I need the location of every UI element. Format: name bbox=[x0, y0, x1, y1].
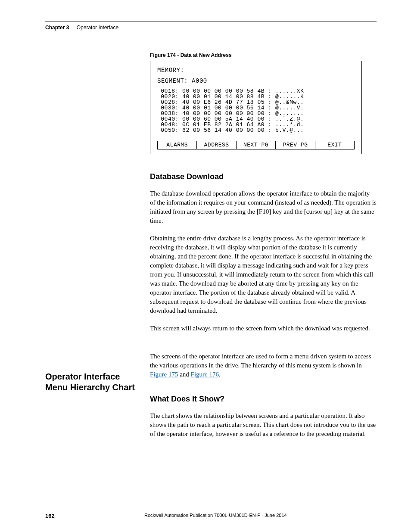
running-header: Chapter 3 Operator Interface bbox=[45, 25, 377, 31]
menu-paragraph-1: The screens of the operator interface ar… bbox=[150, 352, 377, 379]
page-footer: 162 Rockwell Automation Publication 7000… bbox=[45, 513, 377, 519]
screen-memory-label: MEMORY: bbox=[157, 67, 355, 74]
heading-what-does-it-show: What Does It Show? bbox=[150, 395, 377, 404]
db-paragraph-3: This screen will always return to the sc… bbox=[150, 324, 377, 333]
hex-dump: 0018: 00 00 00 00 00 00 58 4B : ......XK… bbox=[157, 88, 355, 133]
screen-segment-label: SEGMENT: A000 bbox=[157, 78, 355, 84]
menu-p1-text-a: The screens of the operator interface ar… bbox=[150, 353, 371, 369]
softkey-exit[interactable]: EXIT bbox=[315, 141, 354, 149]
side-heading-menu-hierarchy: Operator Interface Menu Hierarchy Chart bbox=[45, 371, 140, 393]
publication-id: Rockwell Automation Publication 7000L-UM… bbox=[45, 513, 377, 518]
menu-paragraph-2: The chart shows the relationship between… bbox=[150, 411, 377, 439]
db-paragraph-1: The database download operation allows t… bbox=[150, 189, 377, 225]
softkey-address[interactable]: ADDRESS bbox=[197, 141, 236, 149]
page-number: 162 bbox=[45, 513, 55, 519]
chapter-title: Operator Interface bbox=[77, 25, 118, 31]
softkey-alarms[interactable]: ALARMS bbox=[158, 141, 197, 149]
softkey-next-pg[interactable]: NEXT PG bbox=[237, 141, 276, 149]
figure-caption: Figure 174 - Data at New Address bbox=[150, 52, 377, 58]
db-paragraph-2: Obtaining the entire drive database is a… bbox=[150, 234, 377, 315]
softkey-row: ALARMS ADDRESS NEXT PG PREV PG EXIT bbox=[157, 141, 355, 149]
chapter-label: Chapter 3 bbox=[45, 25, 69, 31]
link-figure-176[interactable]: Figure 176 bbox=[191, 371, 219, 378]
menu-p1-end: . bbox=[219, 371, 221, 378]
terminal-screenshot: MEMORY: SEGMENT: A000 0018: 00 00 00 00 … bbox=[150, 61, 362, 154]
heading-database-download: Database Download bbox=[150, 172, 377, 181]
menu-p1-mid: and bbox=[178, 371, 190, 378]
softkey-prev-pg[interactable]: PREV PG bbox=[276, 141, 315, 149]
link-figure-175[interactable]: Figure 175 bbox=[150, 371, 178, 378]
